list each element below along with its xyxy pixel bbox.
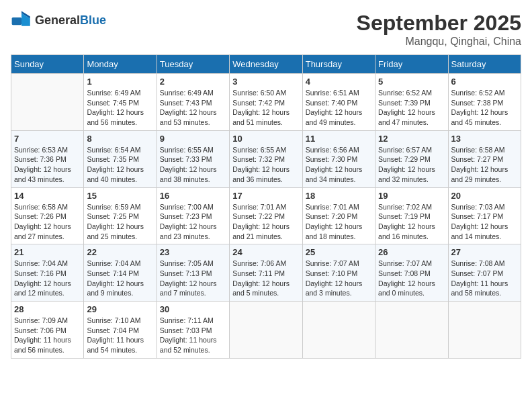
- day-info: Sunrise: 7:08 AM Sunset: 7:07 PM Dayligh…: [451, 259, 518, 298]
- calendar-cell: 5Sunrise: 6:52 AM Sunset: 7:39 PM Daylig…: [375, 74, 448, 131]
- calendar-cell: 24Sunrise: 7:06 AM Sunset: 7:11 PM Dayli…: [230, 244, 302, 302]
- day-number: 19: [378, 191, 445, 201]
- day-number: 30: [160, 304, 226, 314]
- calendar-cell: 15Sunrise: 6:59 AM Sunset: 7:25 PM Dayli…: [84, 187, 157, 244]
- calendar-cell: 2Sunrise: 6:49 AM Sunset: 7:43 PM Daylig…: [157, 74, 229, 131]
- day-number: 5: [378, 77, 445, 87]
- day-info: Sunrise: 6:58 AM Sunset: 7:27 PM Dayligh…: [451, 145, 518, 185]
- day-number: 8: [87, 134, 153, 144]
- calendar-cell: 19Sunrise: 7:02 AM Sunset: 7:19 PM Dayli…: [375, 187, 448, 244]
- logo-text-blue: Blue: [80, 13, 106, 27]
- calendar-cell: 25Sunrise: 7:07 AM Sunset: 7:10 PM Dayli…: [302, 244, 375, 302]
- day-info: Sunrise: 7:07 AM Sunset: 7:10 PM Dayligh…: [306, 259, 372, 298]
- calendar-cell: 12Sunrise: 6:57 AM Sunset: 7:29 PM Dayli…: [375, 130, 448, 187]
- day-info: Sunrise: 6:54 AM Sunset: 7:35 PM Dayligh…: [87, 145, 153, 185]
- calendar-cell: 4Sunrise: 6:51 AM Sunset: 7:40 PM Daylig…: [302, 74, 375, 131]
- page-header: GeneralBlue September 2025 Mangqu, Qingh…: [11, 11, 521, 48]
- day-number: 26: [378, 247, 445, 257]
- day-number: 6: [451, 77, 518, 87]
- day-number: 1: [87, 77, 153, 87]
- calendar-cell: 22Sunrise: 7:04 AM Sunset: 7:14 PM Dayli…: [84, 244, 157, 302]
- day-number: 23: [160, 247, 226, 257]
- day-number: 18: [306, 191, 372, 201]
- day-info: Sunrise: 7:00 AM Sunset: 7:23 PM Dayligh…: [160, 202, 226, 242]
- day-info: Sunrise: 6:49 AM Sunset: 7:43 PM Dayligh…: [160, 88, 226, 128]
- calendar-cell: 27Sunrise: 7:08 AM Sunset: 7:07 PM Dayli…: [448, 244, 521, 302]
- day-info: Sunrise: 7:04 AM Sunset: 7:14 PM Dayligh…: [87, 259, 153, 298]
- weekday-header: Tuesday: [157, 55, 229, 74]
- calendar-week-row: 14Sunrise: 6:58 AM Sunset: 7:26 PM Dayli…: [11, 187, 521, 244]
- calendar-week-row: 21Sunrise: 7:04 AM Sunset: 7:16 PM Dayli…: [11, 244, 521, 302]
- calendar-cell: 26Sunrise: 7:07 AM Sunset: 7:08 PM Dayli…: [375, 244, 448, 302]
- day-info: Sunrise: 6:55 AM Sunset: 7:32 PM Dayligh…: [232, 145, 299, 185]
- day-number: 28: [14, 304, 81, 314]
- calendar-cell: 20Sunrise: 7:03 AM Sunset: 7:17 PM Dayli…: [448, 187, 521, 244]
- day-number: 4: [306, 77, 372, 87]
- day-info: Sunrise: 7:05 AM Sunset: 7:13 PM Dayligh…: [160, 259, 226, 298]
- month-title: September 2025: [357, 11, 521, 36]
- weekday-header: Friday: [375, 55, 448, 74]
- day-info: Sunrise: 7:07 AM Sunset: 7:08 PM Dayligh…: [378, 259, 445, 298]
- calendar-cell: 14Sunrise: 6:58 AM Sunset: 7:26 PM Dayli…: [11, 187, 84, 244]
- day-info: Sunrise: 6:51 AM Sunset: 7:40 PM Dayligh…: [306, 88, 372, 128]
- calendar-cell: [448, 302, 521, 359]
- day-number: 16: [160, 191, 226, 201]
- svg-rect-0: [12, 17, 21, 25]
- day-number: 20: [451, 191, 518, 201]
- day-info: Sunrise: 6:59 AM Sunset: 7:25 PM Dayligh…: [87, 202, 153, 242]
- logo-text-general: General: [35, 13, 80, 27]
- calendar-week-row: 7Sunrise: 6:53 AM Sunset: 7:36 PM Daylig…: [11, 130, 521, 187]
- calendar-cell: 13Sunrise: 6:58 AM Sunset: 7:27 PM Dayli…: [448, 130, 521, 187]
- day-number: 24: [232, 247, 299, 257]
- day-info: Sunrise: 6:57 AM Sunset: 7:29 PM Dayligh…: [378, 145, 445, 185]
- calendar-cell: [230, 302, 302, 359]
- day-info: Sunrise: 7:03 AM Sunset: 7:17 PM Dayligh…: [451, 202, 518, 242]
- logo: GeneralBlue: [11, 11, 106, 30]
- day-number: 25: [306, 247, 372, 257]
- day-info: Sunrise: 6:49 AM Sunset: 7:45 PM Dayligh…: [87, 88, 153, 128]
- day-info: Sunrise: 6:56 AM Sunset: 7:30 PM Dayligh…: [306, 145, 372, 185]
- day-number: 10: [232, 134, 299, 144]
- day-number: 21: [14, 247, 81, 257]
- day-number: 11: [306, 134, 372, 144]
- day-number: 15: [87, 191, 153, 201]
- calendar-cell: 28Sunrise: 7:09 AM Sunset: 7:06 PM Dayli…: [11, 302, 84, 359]
- calendar-cell: [302, 302, 375, 359]
- calendar-cell: 6Sunrise: 6:52 AM Sunset: 7:38 PM Daylig…: [448, 74, 521, 131]
- calendar-cell: [11, 74, 84, 131]
- calendar-cell: 7Sunrise: 6:53 AM Sunset: 7:36 PM Daylig…: [11, 130, 84, 187]
- calendar-cell: 16Sunrise: 7:00 AM Sunset: 7:23 PM Dayli…: [157, 187, 229, 244]
- calendar-cell: 10Sunrise: 6:55 AM Sunset: 7:32 PM Dayli…: [230, 130, 302, 187]
- day-info: Sunrise: 7:01 AM Sunset: 7:20 PM Dayligh…: [306, 202, 372, 242]
- day-number: 9: [160, 134, 226, 144]
- calendar-cell: 18Sunrise: 7:01 AM Sunset: 7:20 PM Dayli…: [302, 187, 375, 244]
- calendar-cell: [375, 302, 448, 359]
- day-info: Sunrise: 6:58 AM Sunset: 7:26 PM Dayligh…: [14, 202, 81, 242]
- day-info: Sunrise: 7:02 AM Sunset: 7:19 PM Dayligh…: [378, 202, 445, 242]
- day-info: Sunrise: 6:55 AM Sunset: 7:33 PM Dayligh…: [160, 145, 226, 185]
- calendar-table: SundayMondayTuesdayWednesdayThursdayFrid…: [11, 54, 521, 359]
- day-number: 12: [378, 134, 445, 144]
- weekday-header: Thursday: [302, 55, 375, 74]
- title-block: September 2025 Mangqu, Qinghai, China: [357, 11, 521, 48]
- day-info: Sunrise: 6:50 AM Sunset: 7:42 PM Dayligh…: [232, 88, 299, 128]
- day-info: Sunrise: 7:10 AM Sunset: 7:04 PM Dayligh…: [87, 316, 153, 355]
- day-info: Sunrise: 7:06 AM Sunset: 7:11 PM Dayligh…: [232, 259, 299, 298]
- calendar-cell: 30Sunrise: 7:11 AM Sunset: 7:03 PM Dayli…: [157, 302, 229, 359]
- day-number: 7: [14, 134, 81, 144]
- calendar-week-row: 1Sunrise: 6:49 AM Sunset: 7:45 PM Daylig…: [11, 74, 521, 131]
- day-number: 29: [87, 304, 153, 314]
- calendar-header-row: SundayMondayTuesdayWednesdayThursdayFrid…: [11, 55, 521, 74]
- calendar-cell: 29Sunrise: 7:10 AM Sunset: 7:04 PM Dayli…: [84, 302, 157, 359]
- day-info: Sunrise: 7:09 AM Sunset: 7:06 PM Dayligh…: [14, 316, 81, 355]
- day-info: Sunrise: 6:53 AM Sunset: 7:36 PM Dayligh…: [14, 145, 81, 185]
- day-info: Sunrise: 6:52 AM Sunset: 7:38 PM Dayligh…: [451, 88, 518, 128]
- day-number: 27: [451, 247, 518, 257]
- weekday-header: Sunday: [11, 55, 84, 74]
- day-number: 13: [451, 134, 518, 144]
- location-title: Mangqu, Qinghai, China: [357, 36, 521, 48]
- calendar-cell: 17Sunrise: 7:01 AM Sunset: 7:22 PM Dayli…: [230, 187, 302, 244]
- weekday-header: Wednesday: [230, 55, 302, 74]
- day-info: Sunrise: 7:04 AM Sunset: 7:16 PM Dayligh…: [14, 259, 81, 298]
- day-number: 2: [160, 77, 226, 87]
